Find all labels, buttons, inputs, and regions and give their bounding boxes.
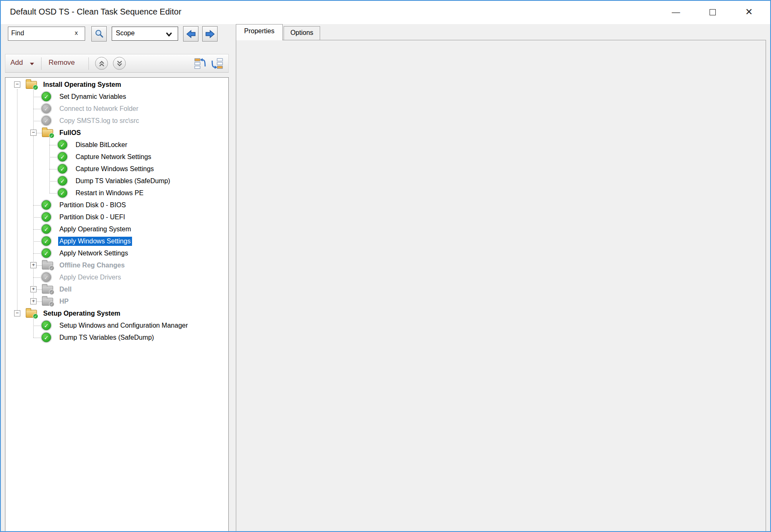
- tree-item-label[interactable]: Setup Operating System: [42, 309, 122, 318]
- tree-item-label[interactable]: Dump TS Variables (SafeDump): [58, 333, 155, 342]
- move-down-icon: [211, 57, 223, 70]
- remove-button[interactable]: Remove: [49, 59, 75, 67]
- task-sequence-editor-window: Default OSD TS - Clean Task Sequence Edi…: [0, 0, 771, 532]
- task-disabled-icon[interactable]: ✓: [42, 116, 51, 125]
- move-down-button[interactable]: [211, 57, 223, 71]
- task-enabled-icon[interactable]: ✓: [42, 236, 51, 246]
- expand-node-toggle[interactable]: +: [30, 298, 37, 304]
- tree-item-label[interactable]: Set Dynamic Variables: [58, 92, 127, 101]
- tree-item-label[interactable]: Setup Windows and Configuration Manager: [58, 321, 189, 330]
- task-enabled-icon[interactable]: ✓: [42, 321, 51, 330]
- task-enabled-icon[interactable]: ✓: [58, 164, 67, 174]
- scope-dropdown-value: Scope: [116, 29, 135, 37]
- move-up-icon: [194, 57, 206, 70]
- tree-toolbar: Add Remove: [5, 54, 229, 73]
- expand-all-button[interactable]: [113, 57, 126, 70]
- collapse-node-toggle[interactable]: −: [30, 130, 37, 136]
- tree-item-label[interactable]: Dump TS Variables (SafeDump): [74, 177, 171, 186]
- close-button[interactable]: ✕: [736, 1, 762, 23]
- collapse-node-toggle[interactable]: −: [14, 310, 20, 316]
- group-folder-icon[interactable]: ✓: [42, 286, 53, 294]
- tree-item-label[interactable]: Partition Disk 0 - BIOS: [58, 201, 127, 210]
- toolbar-separator: [88, 57, 89, 70]
- tree-item-label[interactable]: HP: [58, 297, 70, 306]
- title-bar: Default OSD TS - Clean Task Sequence Edi…: [1, 1, 770, 24]
- tree-item-label[interactable]: Restart in Windows PE: [74, 189, 145, 198]
- task-enabled-icon[interactable]: ✓: [42, 248, 51, 258]
- back-arrow-icon: [186, 29, 196, 39]
- tree-item-label[interactable]: Capture Network Settings: [74, 152, 152, 162]
- task-disabled-icon[interactable]: ✓: [42, 272, 51, 282]
- move-up-button[interactable]: [194, 57, 206, 71]
- task-enabled-icon[interactable]: ✓: [42, 92, 51, 101]
- tab-properties[interactable]: Properties: [236, 24, 283, 40]
- maximize-icon: [710, 9, 716, 15]
- collapse-node-toggle[interactable]: −: [14, 81, 20, 88]
- forward-arrow-icon: [205, 29, 215, 39]
- group-folder-icon[interactable]: ✓: [26, 81, 37, 89]
- chevron-down-icon: [165, 32, 173, 37]
- search-button[interactable]: [91, 26, 107, 42]
- task-enabled-icon[interactable]: ✓: [42, 333, 51, 342]
- tab-options[interactable]: Options: [284, 26, 320, 40]
- group-folder-icon[interactable]: ✓: [42, 262, 53, 270]
- search-icon: [94, 29, 104, 39]
- group-folder-icon[interactable]: ✓: [26, 310, 37, 318]
- task-enabled-icon[interactable]: ✓: [42, 212, 51, 222]
- maximize-button[interactable]: [699, 1, 726, 23]
- task-enabled-icon[interactable]: ✓: [58, 140, 67, 150]
- minimize-icon: —: [672, 7, 680, 17]
- expand-all-icon: [115, 60, 124, 67]
- tree-item-label[interactable]: FullOS: [58, 128, 82, 137]
- task-sequence-tree[interactable]: −✓Install Operating System✓Set Dynamic V…: [5, 77, 229, 532]
- collapse-all-button[interactable]: [95, 57, 108, 70]
- back-button[interactable]: [183, 26, 198, 42]
- tree-item-label[interactable]: Dell: [58, 285, 73, 294]
- tree-item-label[interactable]: Connect to Network Folder: [58, 104, 140, 113]
- task-disabled-icon[interactable]: ✓: [42, 104, 51, 113]
- task-enabled-icon[interactable]: ✓: [42, 224, 51, 234]
- tree-item-label[interactable]: Install Operating System: [42, 80, 122, 89]
- tree-item-label[interactable]: Copy SMSTS.log to src\src: [58, 116, 140, 125]
- task-enabled-icon[interactable]: ✓: [58, 188, 67, 198]
- minimize-button[interactable]: —: [663, 1, 689, 23]
- tree-item-label[interactable]: Disable BitLocker: [74, 140, 129, 150]
- task-enabled-icon[interactable]: ✓: [42, 200, 51, 210]
- properties-panel: [236, 40, 766, 532]
- tree-item-label[interactable]: Capture Windows Settings: [74, 164, 155, 174]
- tree-item-label[interactable]: Partition Disk 0 - UEFI: [58, 213, 126, 222]
- tree-item-label[interactable]: Apply Windows Settings: [58, 237, 132, 246]
- expand-node-toggle[interactable]: +: [30, 262, 37, 268]
- add-dropdown-caret-icon[interactable]: [29, 62, 34, 66]
- window-title: Default OSD TS - Clean Task Sequence Edi…: [10, 7, 181, 17]
- tree-item-label[interactable]: Apply Network Settings: [58, 249, 129, 258]
- clear-find-icon[interactable]: x: [75, 29, 78, 36]
- group-folder-icon[interactable]: ✓: [42, 129, 53, 137]
- task-enabled-icon[interactable]: ✓: [58, 176, 67, 186]
- toolbar-separator: [41, 57, 42, 70]
- collapse-all-icon: [98, 60, 106, 67]
- group-folder-icon[interactable]: ✓: [42, 298, 53, 306]
- expand-node-toggle[interactable]: +: [30, 286, 37, 292]
- add-button[interactable]: Add: [10, 59, 23, 67]
- tree-item-label[interactable]: Offline Reg Changes: [58, 261, 126, 270]
- find-input-value: Find: [11, 29, 24, 37]
- close-icon: ✕: [745, 7, 753, 17]
- forward-button[interactable]: [202, 26, 218, 42]
- tree-item-label[interactable]: Apply Operating System: [58, 225, 132, 234]
- tree-item-label[interactable]: Apply Device Drivers: [58, 273, 122, 282]
- task-enabled-icon[interactable]: ✓: [58, 152, 67, 162]
